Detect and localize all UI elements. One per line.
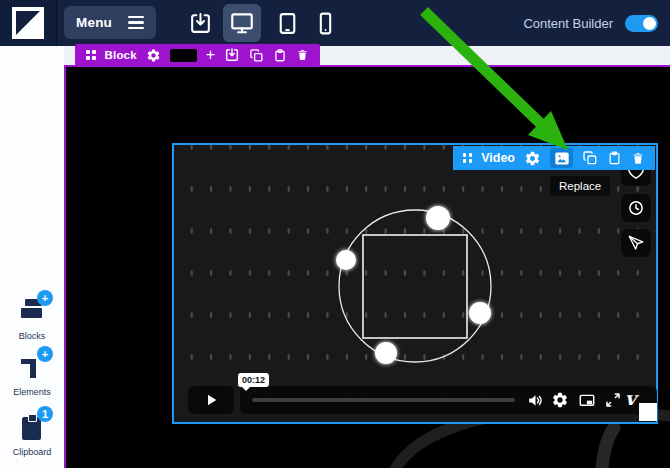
add-block-button[interactable]: +	[206, 47, 215, 63]
block-save-button[interactable]	[224, 47, 240, 63]
mobile-phone-icon	[313, 11, 338, 36]
gear-icon	[146, 48, 161, 63]
device-desktop-button[interactable]	[223, 4, 261, 42]
block-toolbar: Block +	[75, 44, 320, 66]
content-builder-toggle[interactable]	[625, 15, 658, 32]
topbar-right-group: Content Builder	[523, 0, 658, 46]
content-builder-label: Content Builder	[523, 16, 613, 31]
play-button[interactable]	[188, 386, 234, 414]
pip-icon	[577, 391, 597, 410]
drag-handle-icon[interactable]	[86, 50, 96, 60]
clipboard-icon	[273, 48, 287, 63]
player-settings-button[interactable]	[551, 391, 569, 409]
desktop-monitor-icon	[229, 10, 255, 36]
block-toolbar-label: Block	[105, 49, 137, 61]
video-toolbar: Video	[453, 146, 655, 170]
sidebar-item-label: Clipboard	[13, 447, 52, 457]
hamburger-icon	[128, 16, 144, 30]
menu-button[interactable]: Menu	[64, 6, 156, 39]
video-settings-button[interactable]	[524, 150, 541, 167]
fullscreen-button[interactable]	[604, 391, 622, 409]
picture-in-picture-button[interactable]	[577, 391, 597, 410]
app-window: Menu	[0, 0, 670, 468]
left-sidebar: + Blocks + Elements 1 Clipboard	[0, 46, 65, 468]
trash-icon	[631, 151, 645, 166]
video-delete-button[interactable]	[631, 151, 645, 166]
volume-icon	[526, 391, 545, 410]
block-duplicate-button[interactable]	[249, 48, 264, 63]
block-delete-button[interactable]	[296, 48, 309, 62]
blocks-add-badge[interactable]: +	[37, 290, 53, 306]
vimeo-logo[interactable]: v	[625, 387, 636, 409]
blocks-icon: +	[13, 296, 51, 328]
gear-icon	[551, 391, 569, 409]
top-toolbar: Menu	[0, 0, 670, 46]
gear-icon	[524, 150, 541, 167]
replace-tooltip: Replace	[550, 176, 610, 196]
block-settings-button[interactable]	[146, 48, 161, 63]
copy-icon	[249, 48, 264, 63]
elements-icon: +	[13, 352, 51, 384]
video-toolbar-label: Video	[481, 151, 515, 165]
watch-later-button[interactable]	[621, 194, 651, 222]
clipboard-icon	[607, 150, 622, 166]
player-control-bar: v	[240, 386, 657, 414]
sidebar-item-clipboard[interactable]: 1 Clipboard	[0, 412, 64, 457]
progress-bar[interactable]	[252, 398, 515, 402]
clock-icon	[627, 199, 645, 217]
app-logo[interactable]	[0, 0, 57, 46]
replace-image-button[interactable]	[550, 148, 573, 168]
paper-plane-icon	[627, 234, 645, 252]
image-icon	[554, 151, 570, 166]
block-clipboard-button[interactable]	[273, 48, 287, 63]
elements-add-badge[interactable]: +	[37, 346, 53, 362]
video-element[interactable]: Video	[172, 143, 658, 424]
video-duplicate-button[interactable]	[582, 150, 598, 166]
sidebar-item-label: Blocks	[19, 331, 46, 341]
selected-block-section[interactable]: Video	[64, 65, 670, 468]
menu-label: Menu	[76, 15, 112, 30]
sidebar-item-blocks[interactable]: + Blocks	[0, 296, 64, 341]
download-tray-icon	[224, 47, 240, 63]
video-clipboard-button[interactable]	[607, 150, 622, 166]
trash-icon	[296, 48, 309, 62]
logo-icon	[12, 7, 44, 39]
clipboard-panel-icon: 1	[13, 412, 51, 444]
device-tablet-button[interactable]	[268, 4, 306, 42]
time-tooltip: 00:12	[238, 373, 269, 387]
download-tray-icon	[188, 11, 213, 36]
sidebar-item-label: Elements	[13, 387, 51, 397]
drag-handle-icon[interactable]	[463, 153, 473, 163]
resize-handle[interactable]	[639, 403, 657, 421]
save-tray-button[interactable]	[181, 4, 219, 42]
fullscreen-icon	[604, 391, 622, 409]
share-button[interactable]	[621, 229, 651, 257]
toggle-knob	[643, 17, 656, 30]
device-mobile-button[interactable]	[306, 4, 344, 42]
clipboard-count-badge: 1	[37, 406, 53, 422]
background-color-swatch[interactable]	[170, 49, 197, 62]
tablet-icon	[275, 11, 300, 36]
sidebar-item-elements[interactable]: + Elements	[0, 352, 64, 397]
copy-icon	[582, 150, 598, 166]
play-icon	[202, 391, 220, 409]
volume-button[interactable]	[526, 391, 545, 410]
